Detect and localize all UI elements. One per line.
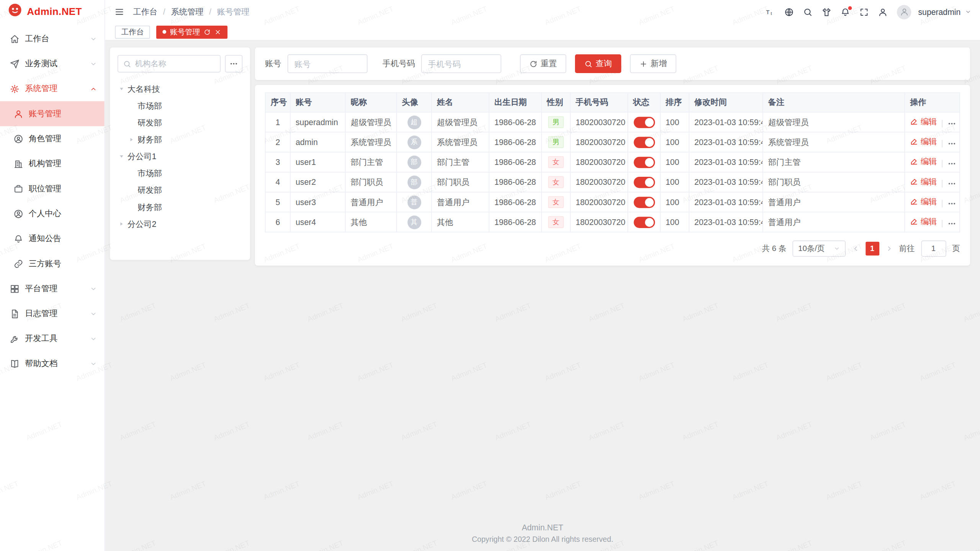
sidebar-item[interactable]: 系统管理	[0, 76, 105, 101]
menu-item-icon	[14, 159, 23, 168]
page-tab[interactable]: 账号管理	[156, 25, 227, 38]
sidebar-item[interactable]: 角色管理	[0, 126, 105, 151]
reset-button[interactable]: 重置	[520, 54, 566, 73]
add-button[interactable]: 新增	[630, 54, 676, 73]
tab-label: 账号管理	[170, 26, 200, 37]
row-more-button[interactable]	[947, 219, 956, 228]
page-tab[interactable]: 工作台	[115, 25, 150, 38]
next-page-button[interactable]	[885, 245, 893, 253]
locale-icon[interactable]	[784, 7, 794, 16]
theme-icon[interactable]	[822, 7, 831, 16]
caret-icon[interactable]	[118, 154, 125, 160]
cell-account: admin	[290, 132, 345, 152]
edit-button[interactable]: 编辑	[910, 136, 937, 147]
status-toggle[interactable]	[634, 196, 655, 207]
sidebar-item-label: 日志管理	[25, 308, 84, 319]
org-search-input[interactable]	[135, 59, 215, 68]
chevron-icon	[90, 60, 97, 67]
sidebar-item[interactable]: 业务测试	[0, 51, 105, 76]
avatar: 超	[407, 115, 421, 129]
fullscreen-icon[interactable]	[859, 7, 869, 16]
chevron-down-icon[interactable]	[965, 9, 971, 15]
menu-item-icon	[10, 34, 19, 43]
tab-refresh-icon[interactable]	[204, 28, 211, 35]
sidebar-item[interactable]: 职位管理	[0, 176, 105, 201]
username[interactable]: superadmin	[918, 7, 960, 16]
tree-node[interactable]: 财务部	[118, 199, 243, 215]
cell-gender: 女	[542, 212, 570, 232]
caret-icon[interactable]	[118, 221, 125, 227]
row-more-button[interactable]	[947, 119, 956, 128]
account-input[interactable]	[287, 54, 368, 73]
caret-icon[interactable]	[127, 137, 135, 143]
goto-page-input[interactable]	[921, 241, 946, 257]
tree-node[interactable]: 研发部	[118, 114, 243, 131]
sidebar-item[interactable]: 三方账号	[0, 251, 105, 276]
profile-icon[interactable]	[878, 7, 887, 16]
search-button[interactable]: 查询	[575, 54, 621, 73]
sidebar-item[interactable]: 开发工具	[0, 326, 105, 351]
sidebar-item[interactable]: 账号管理	[0, 101, 105, 126]
status-toggle[interactable]	[634, 137, 655, 148]
cell-gender: 男	[542, 112, 570, 132]
edit-button[interactable]: 编辑	[910, 116, 937, 127]
page-number[interactable]: 1	[865, 242, 879, 256]
tree-node[interactable]: 市场部	[118, 98, 243, 114]
cell-no: 3	[265, 152, 290, 172]
row-more-button[interactable]	[947, 179, 956, 188]
sidebar-item[interactable]: 工作台	[0, 26, 105, 51]
breadcrumb-item[interactable]: 系统管理	[157, 6, 203, 17]
edit-button[interactable]: 编辑	[910, 156, 937, 167]
row-more-button[interactable]	[947, 159, 956, 168]
prev-page-button[interactable]	[851, 245, 859, 253]
sidebar-item[interactable]: 帮助文档	[0, 351, 105, 376]
edit-label: 编辑	[921, 136, 937, 147]
cell-nickname: 部门主管	[345, 152, 397, 172]
search-icon[interactable]	[803, 7, 812, 16]
table-row: 6 user4 其他 其 其他 1986-06-28 女 18020030720	[265, 212, 960, 232]
tree-node[interactable]: 市场部	[118, 165, 243, 182]
search-icon	[585, 60, 593, 68]
font-size-icon[interactable]: Tt	[766, 7, 775, 16]
breadcrumb-item[interactable]: 账号管理	[204, 6, 250, 17]
tree-node[interactable]: 分公司2	[118, 215, 243, 232]
tab-close-icon[interactable]	[214, 28, 221, 35]
sidebar-item[interactable]: 平台管理	[0, 276, 105, 301]
sidebar-item[interactable]: 日志管理	[0, 301, 105, 326]
menu-item-icon	[14, 184, 23, 193]
edit-button[interactable]: 编辑	[910, 216, 937, 227]
status-toggle[interactable]	[634, 116, 655, 127]
table-row: 4 user2 部门职员 部 部门职员 1986-06-28 女 1802003…	[265, 172, 960, 192]
column-header: 序号	[265, 93, 290, 112]
status-toggle[interactable]	[634, 217, 655, 228]
tree-node[interactable]: 财务部	[118, 131, 243, 148]
hamburger-icon[interactable]	[114, 7, 124, 17]
status-toggle[interactable]	[634, 176, 655, 187]
page-size-select[interactable]: 10条/页	[792, 241, 845, 257]
tree-node[interactable]: 分公司1	[118, 148, 243, 165]
caret-icon[interactable]	[118, 86, 125, 92]
sidebar-item-label: 帮助文档	[25, 358, 84, 369]
status-toggle[interactable]	[634, 156, 655, 168]
sidebar-item[interactable]: 通知公告	[0, 226, 105, 251]
tree-node[interactable]: 大名科技	[118, 81, 243, 98]
cell-phone: 18020030720	[570, 132, 628, 152]
row-more-button[interactable]	[947, 139, 956, 148]
cell-no: 1	[265, 112, 290, 132]
org-more-button[interactable]	[225, 55, 243, 73]
avatar[interactable]	[897, 5, 911, 19]
breadcrumb-item[interactable]: 工作台	[133, 6, 158, 17]
cell-name: 部门职员	[431, 172, 489, 192]
edit-button[interactable]: 编辑	[910, 176, 937, 187]
tree-node[interactable]: 研发部	[118, 182, 243, 199]
edit-button[interactable]: 编辑	[910, 196, 937, 207]
cell-avatar: 其	[397, 212, 431, 232]
phone-input[interactable]	[421, 54, 501, 73]
bell-icon[interactable]	[841, 7, 850, 16]
sidebar-item[interactable]: 个人中心	[0, 201, 105, 226]
row-more-button[interactable]	[947, 199, 956, 208]
sidebar-item[interactable]: 机构管理	[0, 151, 105, 176]
edit-icon	[910, 218, 918, 226]
gender-badge: 男	[548, 136, 564, 148]
cell-avatar: 超	[397, 112, 431, 132]
